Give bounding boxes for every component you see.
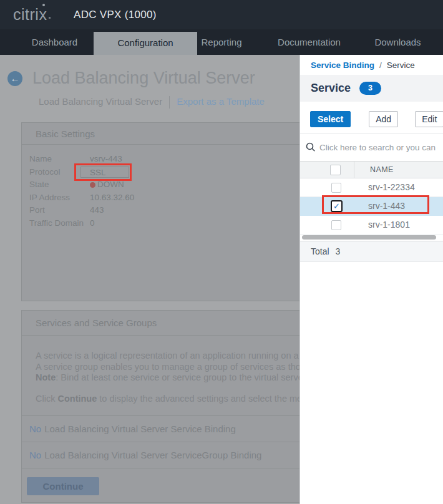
search-icon <box>306 142 316 152</box>
product-name: ADC VPX (1000) <box>74 9 157 21</box>
horizontal-scrollbar[interactable] <box>302 235 436 240</box>
nav-tab-configuration[interactable]: Configuration <box>94 32 197 55</box>
name-column-header[interactable]: NAME <box>370 162 394 178</box>
view-tab-row: Load Balancing Virtual ServerExport as a… <box>39 96 265 110</box>
panel-title: Service <box>311 82 351 95</box>
top-header-bar: citrix ADC VPX (1000) <box>0 0 443 29</box>
nav-tab-downloads[interactable]: Downloads <box>365 29 431 55</box>
state-down-dot-icon <box>90 182 95 188</box>
total-count: 3 <box>336 246 341 256</box>
continue-button[interactable]: Continue <box>27 477 99 495</box>
search-row <box>300 133 443 161</box>
citrix-adc-app: citrix ADC VPX (1000) Dashboard Configur… <box>0 0 443 504</box>
citrix-logo: citrix <box>13 6 51 24</box>
table-row[interactable]: srv-1-22334 <box>300 178 443 197</box>
table-header: NAME <box>300 161 443 178</box>
total-row: Total3 <box>300 241 443 262</box>
table-row[interactable]: srv-1-1801 <box>300 216 443 235</box>
annotation-box-selected-service <box>322 195 429 214</box>
back-arrow-icon: ← <box>11 73 20 84</box>
service-selection-panel: Service Binding/Service Service 3 Select… <box>299 55 443 504</box>
nav-tab-dashboard[interactable]: Dashboard <box>22 29 87 55</box>
back-button[interactable]: ← <box>7 71 22 86</box>
panel-title-band: Service 3 <box>300 75 443 102</box>
panel-actions: SelectAddEdit <box>300 102 443 133</box>
vertical-divider <box>169 96 170 109</box>
select-all-checkbox[interactable] <box>330 165 341 175</box>
nav-tab-reporting[interactable]: Reporting <box>190 29 253 55</box>
view-tab-label: Load Balancing Virtual Server <box>39 96 162 107</box>
nav-tab-documentation[interactable]: Documentation <box>267 29 351 55</box>
column-separator <box>354 162 354 178</box>
total-label: Total <box>311 246 329 256</box>
export-as-template-link[interactable]: Export as a Template <box>177 96 265 107</box>
annotation-box-protocol-ssl <box>74 163 132 181</box>
search-input[interactable] <box>319 143 438 152</box>
primary-nav: Dashboard Configuration Reporting Docume… <box>0 29 443 55</box>
row-checkbox[interactable] <box>331 183 341 193</box>
breadcrumb-current: Service <box>387 61 415 70</box>
edit-button[interactable]: Edit <box>415 111 443 127</box>
logo-trademark-dot <box>49 17 51 19</box>
count-badge: 3 <box>359 82 381 95</box>
select-button[interactable]: Select <box>310 111 351 127</box>
row-checkbox[interactable] <box>331 220 341 230</box>
state-value: DOWN <box>97 180 124 189</box>
breadcrumb-separator: / <box>379 61 382 70</box>
add-button[interactable]: Add <box>369 111 398 127</box>
page-title: Load Balancing Virtual Server <box>32 69 255 88</box>
breadcrumb-service-binding-link[interactable]: Service Binding <box>311 61 374 70</box>
breadcrumb: Service Binding/Service <box>300 55 443 75</box>
